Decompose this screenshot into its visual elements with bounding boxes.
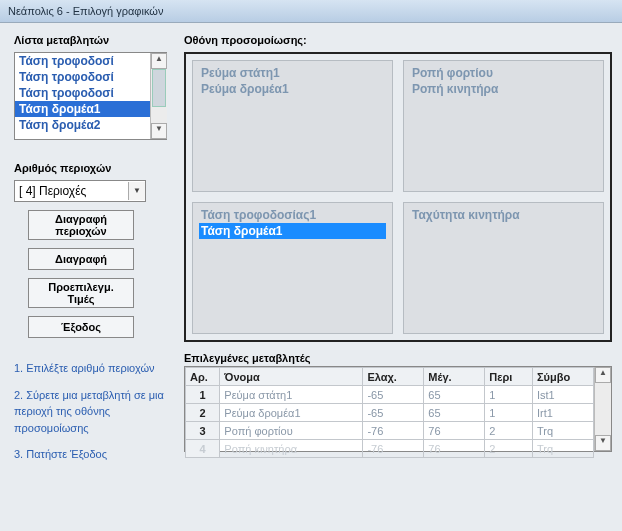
col-symbol[interactable]: Σύμβο <box>532 368 593 386</box>
sim-screen-label: Οθόνη προσομοίωσης: <box>184 34 612 46</box>
titlebar: Νεάπολις 6 - Επιλογή γραφικών <box>0 0 622 23</box>
selected-vars-table[interactable]: Αρ. Όνομα Ελαχ. Μέγ. Περι Σύμβο 1Ρεύμα σ… <box>184 366 612 452</box>
chevron-down-icon[interactable]: ▼ <box>128 182 145 200</box>
cell-symbol[interactable]: Irt1 <box>532 404 593 422</box>
delete-button[interactable]: Διαγραφή <box>28 248 134 270</box>
window-title: Νεάπολις 6 - Επιλογή γραφικών <box>8 5 163 17</box>
table-row[interactable]: 4Ροπή κινητήρα-76762Trq <box>186 440 594 458</box>
sim-region[interactable]: Τάση τροφοδοσίας1Τάση δρομέα1 <box>192 202 393 334</box>
sim-variable[interactable]: Ροπή φορτίου <box>410 65 597 81</box>
variable-list-item[interactable]: Τάση τροφοδοσί <box>15 53 150 69</box>
hints: 1. Επιλέξτε αριθμό περιοχών 2. Σύρετε μι… <box>14 360 174 463</box>
col-region[interactable]: Περι <box>485 368 533 386</box>
cell-max[interactable]: 65 <box>424 404 485 422</box>
variable-list-item[interactable]: Τάση δρομέα2 <box>15 117 150 133</box>
cell-symbol[interactable]: Trq <box>532 440 593 458</box>
cell-region[interactable]: 2 <box>485 422 533 440</box>
cell-name[interactable]: Ροπή κινητήρα <box>220 440 363 458</box>
cell-name[interactable]: Ρεύμα δρομέα1 <box>220 404 363 422</box>
cell-name[interactable]: Ροπή φορτίου <box>220 422 363 440</box>
listbox-scrollbar[interactable]: ▲ ▼ <box>150 53 167 139</box>
cell-min[interactable]: -65 <box>363 404 424 422</box>
col-max[interactable]: Μέγ. <box>424 368 485 386</box>
sim-region[interactable]: Ρεύμα στάτη1Ρεύμα δρομέα1 <box>192 60 393 192</box>
variable-list-item[interactable]: Τάση τροφοδοσί <box>15 85 150 101</box>
cell-symbol[interactable]: Trq <box>532 422 593 440</box>
col-min[interactable]: Ελαχ. <box>363 368 424 386</box>
row-num: 2 <box>186 404 220 422</box>
hint-1: 1. Επιλέξτε αριθμό περιοχών <box>14 360 174 377</box>
sim-variable[interactable]: Ρεύμα δρομέα1 <box>199 81 386 97</box>
col-name[interactable]: Όνομα <box>220 368 363 386</box>
sim-variable[interactable]: Ταχύτητα κινητήρα <box>410 207 597 223</box>
sim-variable[interactable]: Τάση δρομέα1 <box>199 223 386 239</box>
variable-list-item[interactable]: Τάση δρομέα1 <box>15 101 150 117</box>
cell-region[interactable]: 1 <box>485 386 533 404</box>
cell-symbol[interactable]: Ist1 <box>532 386 593 404</box>
defaults-button[interactable]: Προεπιλεγμ. Τιμές <box>28 278 134 308</box>
scroll-down-icon[interactable]: ▼ <box>595 435 611 451</box>
sim-region[interactable]: Ροπή φορτίουΡοπή κινητήρα <box>403 60 604 192</box>
table-row[interactable]: 1Ρεύμα στάτη1-65651Ist1 <box>186 386 594 404</box>
regions-value: [ 4] Περιοχές <box>15 184 128 198</box>
sim-variable[interactable]: Ροπή κινητήρα <box>410 81 597 97</box>
row-num: 3 <box>186 422 220 440</box>
row-num: 4 <box>186 440 220 458</box>
exit-button[interactable]: Έξοδος <box>28 316 134 338</box>
cell-min[interactable]: -76 <box>363 422 424 440</box>
cell-max[interactable]: 76 <box>424 422 485 440</box>
variable-list-label: Λίστα μεταβλητών <box>14 34 174 46</box>
regions-combo[interactable]: [ 4] Περιοχές ▼ <box>14 180 146 202</box>
variable-listbox[interactable]: Τάση τροφοδοσίΤάση τροφοδοσίΤάση τροφοδο… <box>14 52 167 140</box>
hint-2: 2. Σύρετε μια μεταβλητή σε μια περιοχή τ… <box>14 387 174 437</box>
row-num: 1 <box>186 386 220 404</box>
app-window: Νεάπολις 6 - Επιλογή γραφικών Λίστα μετα… <box>0 0 622 531</box>
regions-label: Αριθμός περιοχών <box>14 162 174 174</box>
cell-min[interactable]: -76 <box>363 440 424 458</box>
col-num[interactable]: Αρ. <box>186 368 220 386</box>
cell-min[interactable]: -65 <box>363 386 424 404</box>
scroll-thumb[interactable] <box>152 69 166 107</box>
sim-region[interactable]: Ταχύτητα κινητήρα <box>403 202 604 334</box>
scroll-down-icon[interactable]: ▼ <box>151 123 167 139</box>
table-row[interactable]: 2Ρεύμα δρομέα1-65651Irt1 <box>186 404 594 422</box>
cell-max[interactable]: 76 <box>424 440 485 458</box>
scroll-up-icon[interactable]: ▲ <box>595 367 611 383</box>
sim-frame: Ρεύμα στάτη1Ρεύμα δρομέα1Ροπή φορτίουΡοπ… <box>184 52 612 342</box>
cell-max[interactable]: 65 <box>424 386 485 404</box>
table-row[interactable]: 3Ροπή φορτίου-76762Trq <box>186 422 594 440</box>
variable-list-item[interactable]: Τάση τροφοδοσί <box>15 69 150 85</box>
hint-3: 3. Πατήστε Έξοδος <box>14 446 174 463</box>
cell-name[interactable]: Ρεύμα στάτη1 <box>220 386 363 404</box>
scroll-up-icon[interactable]: ▲ <box>151 53 167 69</box>
sim-variable[interactable]: Τάση τροφοδοσίας1 <box>199 207 386 223</box>
sim-variable[interactable]: Ρεύμα στάτη1 <box>199 65 386 81</box>
cell-region[interactable]: 2 <box>485 440 533 458</box>
cell-region[interactable]: 1 <box>485 404 533 422</box>
delete-regions-button[interactable]: Διαγραφή περιοχών <box>28 210 134 240</box>
table-scrollbar[interactable]: ▲ ▼ <box>594 367 611 451</box>
selected-vars-label: Επιλεγμένες μεταβλητές <box>184 352 612 364</box>
